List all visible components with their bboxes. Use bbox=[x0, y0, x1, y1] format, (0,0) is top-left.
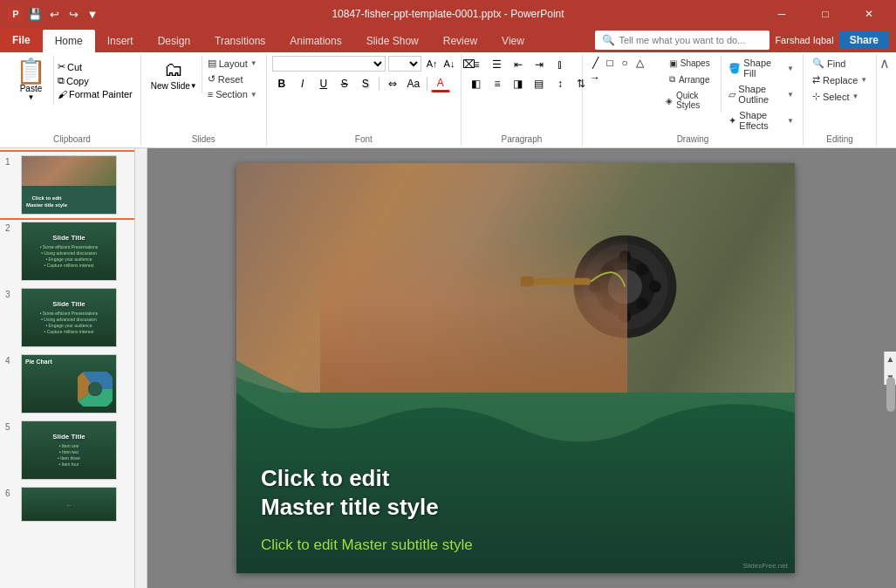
tab-slideshow[interactable]: Slide Show bbox=[354, 30, 431, 52]
find-btn[interactable]: 🔍 Find bbox=[809, 56, 849, 71]
numbering-btn[interactable]: ☰ bbox=[488, 56, 507, 73]
font-size-select[interactable] bbox=[388, 56, 421, 72]
tab-view[interactable]: View bbox=[489, 30, 537, 52]
new-slide-button[interactable]: 🗂 New Slide▼ bbox=[147, 56, 202, 93]
paste-button[interactable]: 📋 Paste ▼ bbox=[9, 56, 54, 105]
quick-styles-btn[interactable]: ◈ Quick Styles bbox=[661, 88, 717, 113]
share-button[interactable]: Share bbox=[839, 31, 889, 49]
search-bar[interactable]: 🔍 bbox=[595, 31, 769, 50]
slide-title-area[interactable]: Click to editMaster title style bbox=[261, 464, 439, 521]
font-color-btn[interactable]: A bbox=[431, 75, 450, 92]
shape-format-btns: 🪣 Shape Fill ▼ ▱ Shape Outline ▼ ✦ Shape… bbox=[725, 56, 797, 133]
shape-line[interactable]: ╱ bbox=[588, 56, 602, 70]
shapes-grid: ╱ □ ○ △ → bbox=[588, 56, 658, 85]
scroll-up-btn[interactable]: ▲ bbox=[884, 352, 896, 366]
tab-insert[interactable]: Insert bbox=[95, 30, 146, 52]
shapes-btn[interactable]: ▣ Shapes bbox=[661, 56, 717, 71]
align-right-btn[interactable]: ◨ bbox=[509, 75, 528, 92]
increase-indent-btn[interactable]: ⇥ bbox=[530, 56, 549, 73]
divider1 bbox=[379, 77, 380, 91]
shape-outline-btn[interactable]: ▱ Shape Outline ▼ bbox=[725, 82, 797, 106]
search-input[interactable] bbox=[619, 35, 749, 45]
title-bar-left: P 💾 ↩ ↪ ▼ bbox=[7, 5, 101, 23]
redo-quick-btn[interactable]: ↪ bbox=[65, 5, 82, 23]
slide-thumb-5[interactable]: 5 Slide Title • Item one• Item two• Item… bbox=[0, 417, 134, 483]
slide-bottom-area: Click to editMaster title style Click to… bbox=[236, 393, 795, 573]
tab-animations[interactable]: Animations bbox=[277, 30, 353, 52]
bullets-btn[interactable]: ≡ bbox=[467, 56, 486, 73]
cut-button[interactable]: ✂ Cut bbox=[55, 60, 135, 73]
text-spacing-btn[interactable]: ⇔ bbox=[383, 75, 402, 92]
slide-img-4: Pie Chart bbox=[21, 354, 117, 414]
strikethrough-btn[interactable]: S bbox=[335, 75, 354, 92]
shapes-area: ╱ □ ○ △ → bbox=[588, 56, 658, 85]
shape-rect[interactable]: □ bbox=[603, 56, 617, 70]
arrange-btn[interactable]: ⧉ Arrange bbox=[661, 72, 717, 87]
replace-btn[interactable]: ⇄ Replace ▼ bbox=[809, 72, 871, 87]
paste-label: Paste bbox=[20, 84, 43, 93]
slide-thumb-1[interactable]: 1 Click to edit Master title style bbox=[0, 152, 134, 218]
copy-button[interactable]: ⧉ Copy bbox=[55, 74, 135, 87]
save-quick-btn[interactable]: 💾 bbox=[26, 5, 44, 23]
slide-thumb-4[interactable]: 4 Pie Chart bbox=[0, 351, 134, 417]
font-row1: A↑ A↓ ⌧ bbox=[272, 56, 479, 72]
slide-subtitle-area[interactable]: Click to edit Master subtitle style bbox=[261, 537, 473, 554]
customize-quick-btn[interactable]: ▼ bbox=[84, 5, 101, 23]
slide-img-3: Slide Title • Some efficient Presentatio… bbox=[21, 288, 117, 347]
slide-thumb-6[interactable]: 6 ... bbox=[0, 483, 134, 525]
clipboard-content: 📋 Paste ▼ ✂ Cut ⧉ Copy bbox=[9, 56, 135, 133]
ribbon-collapse-btn[interactable]: ∧ bbox=[877, 54, 893, 72]
maximize-btn[interactable]: □ bbox=[805, 0, 845, 28]
tab-review[interactable]: Review bbox=[431, 30, 489, 52]
increase-font-btn[interactable]: A↑ bbox=[424, 58, 441, 70]
main-slide[interactable]: Click to editMaster title style Click to… bbox=[236, 163, 795, 573]
font-family-select[interactable] bbox=[272, 56, 386, 72]
bold-btn[interactable]: B bbox=[272, 75, 291, 92]
shape-fill-btn[interactable]: 🪣 Shape Fill ▼ bbox=[725, 56, 797, 80]
slides-label: Slides bbox=[147, 133, 261, 144]
layout-button[interactable]: ▤ Layout ▼ bbox=[204, 56, 261, 71]
line-spacing-btn[interactable]: ↕ bbox=[551, 75, 570, 92]
undo-quick-btn[interactable]: ↩ bbox=[45, 5, 63, 23]
italic-btn[interactable]: I bbox=[293, 75, 312, 92]
align-left-btn[interactable]: ◧ bbox=[467, 75, 486, 92]
shape-oval[interactable]: ○ bbox=[618, 56, 632, 70]
minimize-btn[interactable]: ─ bbox=[762, 0, 802, 28]
canvas-area: Click to editMaster title style Click to… bbox=[135, 148, 896, 588]
tab-design[interactable]: Design bbox=[146, 30, 202, 52]
paste-dropdown[interactable]: ▼ bbox=[28, 93, 35, 101]
decrease-font-btn[interactable]: A↓ bbox=[441, 58, 458, 70]
align-center-btn[interactable]: ≡ bbox=[488, 75, 507, 92]
shadow-btn[interactable]: S bbox=[356, 75, 375, 92]
slide-panel: 1 Click to edit Master title style 2 Sli… bbox=[0, 148, 135, 588]
decrease-indent-btn[interactable]: ⇤ bbox=[509, 56, 528, 73]
shape-triangle[interactable]: △ bbox=[633, 56, 646, 70]
right-scrollbar: ▲ ▼ bbox=[884, 352, 896, 385]
window-title: 10847-fisher-ppt-template-0001.pptx - Po… bbox=[332, 8, 564, 20]
ribbon-content: 📋 Paste ▼ ✂ Cut ⧉ Copy bbox=[0, 52, 896, 147]
slide-thumb-3[interactable]: 3 Slide Title • Some efficient Presentat… bbox=[0, 284, 134, 351]
ribbon: File Home Insert Design Transitions Anim… bbox=[0, 28, 896, 148]
group-paragraph: ≡ ☰ ⇤ ⇥ ⫿ ◧ ≡ ◨ ▤ ↕ ⇅ Paragraph bbox=[462, 54, 583, 146]
underline-btn[interactable]: U bbox=[314, 75, 333, 92]
cols-btn[interactable]: ⫿ bbox=[551, 56, 570, 73]
format-painter-button[interactable]: 🖌 Format Painter bbox=[55, 88, 135, 100]
drawing-label: Drawing bbox=[588, 133, 797, 144]
tab-home[interactable]: Home bbox=[43, 30, 95, 52]
section-button[interactable]: ≡ Section ▼ bbox=[204, 87, 261, 101]
tab-file[interactable]: File bbox=[0, 28, 43, 52]
close-btn[interactable]: ✕ bbox=[849, 0, 889, 28]
reset-button[interactable]: ↺ Reset bbox=[204, 72, 261, 86]
replace-arrow: ▼ bbox=[860, 76, 867, 84]
slide-img-2: Slide Title • Some efficient Presentatio… bbox=[21, 222, 117, 281]
select-btn[interactable]: ⊹ Select ▼ bbox=[809, 89, 863, 104]
justify-btn[interactable]: ▤ bbox=[530, 75, 549, 92]
tab-transitions[interactable]: Transitions bbox=[202, 30, 277, 52]
shape-arrow[interactable]: → bbox=[588, 71, 602, 85]
group-drawing: ╱ □ ○ △ → ▣ Shapes ⧉ Arrange bbox=[583, 54, 804, 146]
scroll-thumb[interactable] bbox=[886, 377, 895, 412]
slide-thumb-2[interactable]: 2 Slide Title • Some efficient Presentat… bbox=[0, 218, 134, 284]
case-btn[interactable]: Aa bbox=[404, 75, 423, 92]
shape-effects-btn[interactable]: ✦ Shape Effects ▼ bbox=[725, 108, 797, 133]
new-slide-arrow[interactable]: ▼ bbox=[190, 82, 197, 90]
